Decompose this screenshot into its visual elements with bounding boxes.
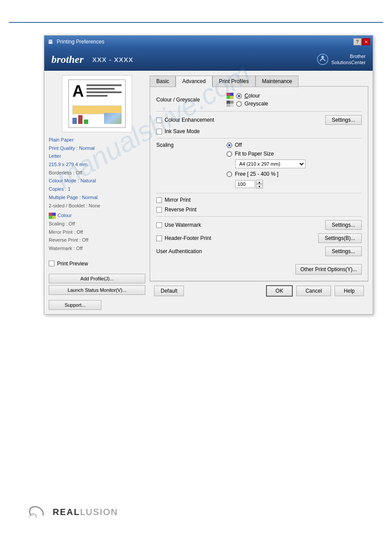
scale-input[interactable]: [235, 180, 255, 188]
tab-maintenance[interactable]: Maintenance: [255, 76, 299, 87]
paper-size-row: A4 (210 x 297 mm): [235, 160, 306, 168]
use-watermark-row: Use Watermark Settings...: [156, 220, 362, 230]
divider-4: [156, 216, 362, 217]
reverse-print-label: Reverse Print: [165, 207, 197, 213]
settings-button-1[interactable]: Settings...: [325, 115, 362, 125]
colour-enhancement-checkbox[interactable]: [156, 117, 162, 123]
cancel-button[interactable]: Cancel: [296, 286, 331, 296]
ok-button[interactable]: OK: [266, 285, 293, 297]
solutions-text: Brother SolutionsCenter: [331, 53, 366, 66]
svg-rect-12: [230, 96, 234, 99]
greyscale-radio-label: Greyscale: [245, 101, 268, 107]
chart-bar: [72, 118, 77, 124]
greyscale-radio[interactable]: [236, 101, 242, 107]
mirror-info: Mirror Print : Off: [49, 228, 145, 236]
solutions-logo-icon: [316, 53, 329, 65]
info-section: Plain Paper Print Quality : Normal Lette…: [49, 136, 145, 253]
colour-swatch-icon: [227, 93, 234, 99]
user-auth-label: User Authentication: [156, 248, 325, 254]
chart-bar: [78, 115, 83, 124]
colour-greyscale-label: Colour / Greyscale: [156, 97, 227, 103]
free-scale-input-row: ▲ ▼: [235, 180, 306, 189]
settings-button-3[interactable]: Settings(B)...: [318, 233, 362, 243]
paper-size-select[interactable]: A4 (210 x 297 mm): [235, 160, 306, 168]
ink-save-checkbox[interactable]: [156, 129, 162, 134]
tab-basic[interactable]: Basic: [150, 76, 176, 87]
use-watermark-checkbox[interactable]: [156, 222, 162, 228]
launch-status-monitor-button[interactable]: Launch Status Monitor(V)...: [49, 285, 145, 295]
svg-rect-10: [230, 93, 234, 96]
help-button-bottom[interactable]: Help: [334, 286, 364, 296]
svg-rect-1: [49, 40, 52, 42]
solutions-center: Brother SolutionsCenter: [316, 53, 366, 66]
title-bar-controls: ? ✕: [353, 38, 370, 45]
close-button[interactable]: ✕: [362, 38, 370, 45]
colour-greyscale-row: Colour / Greyscale Colour: [156, 93, 362, 107]
spin-up-button[interactable]: ▲: [256, 180, 263, 184]
tab-content-advanced: Colour / Greyscale Colour: [150, 86, 368, 281]
print-preview-row: Print Preview: [49, 261, 145, 267]
svg-rect-9: [227, 93, 230, 96]
top-line: [9, 22, 383, 23]
mirror-print-row: Mirror Print: [156, 197, 362, 203]
divider-3: [156, 193, 362, 193]
greyscale-swatch-icon: [227, 101, 234, 107]
chart-bar: [84, 120, 88, 124]
scaling-fit-radio[interactable]: [227, 151, 232, 157]
preview-line: [86, 95, 108, 97]
svg-rect-11: [227, 96, 230, 99]
mirror-print-checkbox[interactable]: [156, 197, 162, 203]
preview-line: [86, 91, 122, 93]
settings-button-4[interactable]: Settings...: [325, 247, 362, 256]
scaling-options: Off Fit to Paper Size A4 (210 x 297 mm): [227, 142, 306, 189]
reverse-print-row: Reverse Print: [156, 207, 362, 213]
ink-save-row: Ink Save Mode: [156, 128, 362, 134]
svg-rect-13: [227, 101, 230, 104]
preview-line: [86, 84, 122, 86]
svg-rect-6: [52, 213, 56, 216]
free-scale-row: Free [ 25 - 400 % ]: [227, 171, 306, 177]
header-footer-label: Header-Footer Print: [165, 235, 211, 241]
preview-chart: [72, 114, 88, 124]
info-dimensions: 215.9 x 279.4 mm: [49, 160, 145, 169]
scaling-fit-label: Fit to Paper Size: [235, 151, 274, 157]
preview-image: [104, 113, 122, 124]
preview-lines: [86, 84, 122, 97]
svg-rect-5: [49, 213, 52, 216]
tabs-row: Basic Advanced Print Profiles Maintenanc…: [150, 75, 368, 87]
spin-down-button[interactable]: ▼: [256, 184, 263, 189]
settings-button-2[interactable]: Settings...: [325, 220, 362, 230]
divider-1: [156, 111, 362, 112]
svg-rect-2: [49, 42, 52, 44]
help-button[interactable]: ?: [353, 38, 361, 45]
scaling-label: Scaling: [156, 142, 227, 189]
colour-radio[interactable]: [236, 93, 242, 99]
print-preview-label: Print Preview: [57, 261, 88, 267]
svg-rect-15: [227, 104, 230, 107]
tab-print-profiles[interactable]: Print Profiles: [212, 76, 255, 87]
printer-model: XXX - XXXX: [92, 56, 133, 63]
brother-logo: brother: [51, 54, 83, 65]
scaling-free-radio[interactable]: [227, 171, 232, 177]
header-footer-checkbox[interactable]: [156, 236, 162, 241]
reverse-print-checkbox[interactable]: [156, 207, 162, 213]
reallusion-icon: [26, 504, 48, 520]
scaling-section: Scaling Off Fit to Paper Size: [156, 142, 362, 189]
colour-label: Colour: [58, 211, 72, 220]
right-panel: Basic Advanced Print Profiles Maintenanc…: [150, 75, 368, 310]
info-2sided: 2-sided / Booklet : None: [49, 202, 145, 210]
other-options-row: Other Print Options(Y)...: [156, 261, 362, 275]
other-print-options-button[interactable]: Other Print Options(Y)...: [295, 264, 362, 275]
add-profile-button[interactable]: Add Profile(J)...: [49, 274, 145, 283]
tab-advanced[interactable]: Advanced: [176, 76, 212, 87]
scaling-off-radio[interactable]: [227, 142, 232, 148]
support-button[interactable]: Support...: [49, 300, 101, 310]
colour-enhancement-row: Colour Enhancement Settings...: [156, 115, 362, 125]
info-colour-mode: Colour Mode : Natural: [49, 177, 145, 185]
title-bar-left: Printing Preferences: [47, 38, 104, 45]
print-preview-checkbox[interactable]: [49, 261, 54, 266]
preview-line: [86, 88, 115, 90]
default-button[interactable]: Default: [154, 286, 184, 296]
colour-indicator: Colour: [49, 211, 145, 220]
reverse-info: Reverse Print : Off: [49, 236, 145, 244]
